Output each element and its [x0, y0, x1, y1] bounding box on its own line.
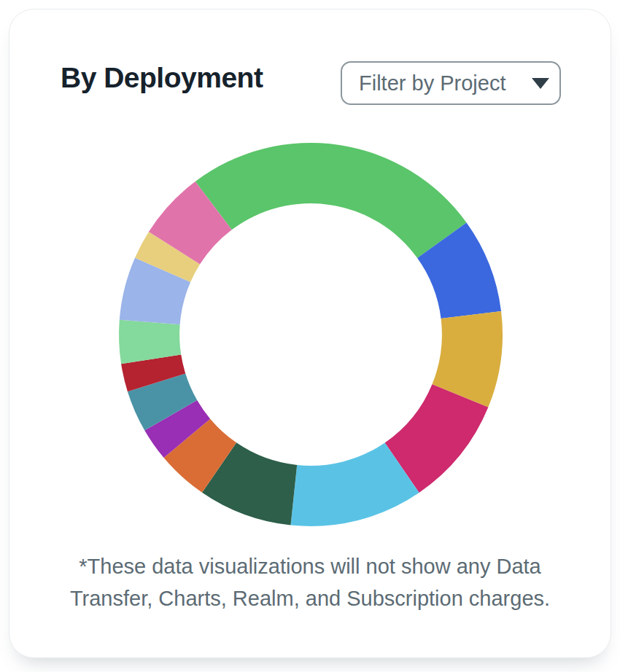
deployment-donut-chart — [114, 138, 508, 531]
caret-down-icon — [532, 78, 549, 89]
chart-footnote-line2: Transfer, Charts, Realm, and Subscriptio… — [9, 582, 611, 614]
filter-dropdown-label: Filter by Project — [359, 71, 505, 95]
by-deployment-card: By Deployment Filter by Project *These d… — [9, 9, 611, 658]
donut-segment-green[interactable] — [195, 143, 467, 258]
filter-by-project-dropdown[interactable]: Filter by Project — [341, 61, 561, 105]
page-title: By Deployment — [61, 60, 263, 95]
chart-footnote-line1: *These data visualizations will not show… — [9, 550, 611, 582]
chart-footnote: *These data visualizations will not show… — [9, 550, 611, 614]
